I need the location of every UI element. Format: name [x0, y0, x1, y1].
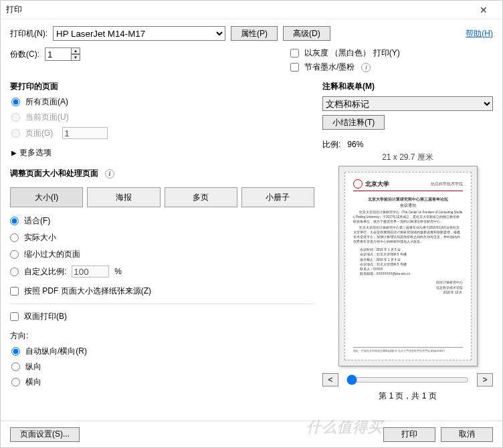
preview-institute: 信息科学技术学院 — [431, 181, 463, 187]
preview-body-text: 北京大学前沿计算研究中心（The Center on Frontiers of … — [353, 211, 463, 224]
print-options-column: 以灰度 （黑白色） 打印(Y) 节省墨水/墨粉 i — [290, 47, 400, 73]
page-range-radio — [11, 129, 20, 138]
tab-poster[interactable]: 海报 — [87, 187, 160, 207]
right-column: 注释和表单(M) 文档和标记 小结注释(T) 比例: 96% 21 x 29.7… — [322, 78, 493, 415]
preview-body-text: 地址：中国北京市海淀区颐和园路5号 北京大学信息科学技术学院 邮编100871 — [353, 347, 463, 353]
print-button[interactable]: 打印 — [383, 427, 435, 442]
summarize-comments-button[interactable]: 小结注释(T) — [322, 115, 385, 130]
dialog-body: 打印机(N): HP LaserJet M14-M17 属性(P) 高级(D) … — [1, 19, 502, 421]
actual-size-label: 实际大小 — [24, 232, 56, 243]
printer-select[interactable]: HP LaserJet M14-M17 — [53, 26, 225, 41]
shrink-radio[interactable] — [10, 250, 19, 259]
advanced-button[interactable]: 高级(D) — [283, 26, 330, 41]
tab-multi[interactable]: 多页 — [165, 187, 237, 207]
fit-radio[interactable] — [10, 217, 19, 225]
titlebar: 打印 ✕ — [1, 1, 502, 19]
grayscale-checkbox[interactable] — [290, 49, 299, 58]
orient-landscape-radio[interactable] — [11, 378, 20, 386]
all-pages-radio[interactable] — [11, 98, 20, 106]
duplex-row: 双面打印(B) — [10, 311, 314, 322]
preview-scale-row: 比例: 96% — [322, 139, 493, 150]
choose-paper-source-checkbox[interactable] — [10, 287, 19, 296]
resize-section-title-text: 调整页面大小和处理页面 — [10, 168, 98, 179]
orient-landscape-label: 横向 — [25, 376, 41, 388]
orient-portrait-radio[interactable] — [11, 362, 20, 371]
copies-spinner: ▲ ▼ — [71, 47, 80, 61]
copies-label: 份数(C): — [10, 49, 39, 60]
comments-section-title: 注释和表单(M) — [322, 81, 493, 92]
choose-paper-source-label: 按照 PDF 页面大小选择纸张来源(Z) — [24, 286, 151, 297]
fit-label: 适合(F) — [24, 215, 50, 227]
page-slider[interactable] — [346, 374, 469, 385]
percent-label: % — [114, 267, 122, 276]
pages-section-title: 要打印的页面 — [10, 81, 314, 92]
shrink-label: 缩小过大的页面 — [24, 249, 80, 260]
copies-group: 份数(C): ▲ ▼ — [10, 47, 80, 61]
help-link[interactable]: 帮助(H) — [466, 28, 493, 39]
close-icon[interactable]: ✕ — [470, 5, 497, 15]
page-setup-button[interactable]: 页面设置(S)... — [10, 427, 80, 442]
custom-scale-label: 自定义比例: — [24, 266, 66, 277]
orientation-radio-group: 自动纵向/横向(R) 纵向 横向 — [11, 346, 314, 388]
copies-up-button[interactable]: ▲ — [71, 47, 80, 54]
preview-dimensions: 21 x 29.7 厘米 — [322, 152, 493, 163]
info-icon[interactable]: i — [105, 169, 114, 179]
all-pages-label: 所有页面(A) — [25, 96, 68, 108]
current-page-label: 当前页面(U) — [25, 112, 69, 123]
page-indicator: 第 1 页，共 1 页 — [322, 390, 493, 402]
next-page-button[interactable]: > — [477, 373, 493, 386]
orientation-label: 方向: — [10, 330, 314, 342]
dialog-footer: 页面设置(S)... 什么值得买 打印 取消 — [1, 421, 502, 447]
duplex-checkbox[interactable] — [10, 312, 19, 321]
preview-nav-row: < > — [322, 373, 493, 386]
save-ink-checkbox[interactable] — [290, 63, 299, 72]
printer-label: 打印机(N): — [10, 28, 47, 39]
preview-scale-label: 比例: — [322, 140, 340, 149]
cancel-button[interactable]: 取消 — [441, 427, 493, 442]
watermark-text: 什么值得买 — [306, 417, 383, 437]
printer-row: 打印机(N): HP LaserJet M14-M17 属性(P) 高级(D) … — [10, 26, 493, 41]
preview-body-text: 前沿计算研究中心信息科学技术学院2018 年 12 月 — [353, 280, 463, 295]
info-icon[interactable]: i — [361, 63, 371, 72]
resize-section-title: 调整页面大小和处理页面 i — [10, 168, 314, 179]
dialog-title: 打印 — [6, 4, 22, 15]
main-columns: 要打印的页面 所有页面(A) 当前页面(U) 页面(G) — [10, 78, 493, 415]
tab-booklet[interactable]: 小册子 — [241, 187, 314, 207]
pages-radio-group: 所有页面(A) 当前页面(U) 页面(G) ▶ 更多选项 — [11, 96, 314, 158]
separator — [10, 304, 314, 304]
orient-portrait-label: 纵向 — [25, 361, 41, 372]
triangle-right-icon: ▶ — [11, 149, 17, 156]
tab-size[interactable]: 大小(I) — [10, 187, 83, 207]
page-range-input — [62, 127, 108, 139]
logo-icon — [353, 179, 363, 189]
preview-body-text: 北京大学前沿计算研究中心第三届青年论坛将于2019年1月5日在北京大学举行。大会… — [353, 226, 463, 244]
custom-scale-input[interactable] — [72, 265, 109, 277]
preview-frame: 北京大学 信息科学技术学院 北京大学前沿计算研究和中心第三届青年论坛 会议通知 … — [338, 166, 478, 366]
print-dialog: 打印 ✕ 打印机(N): HP LaserJet M14-M17 属性(P) 高… — [0, 0, 503, 448]
preview-doc-subtitle: 会议通知 — [353, 203, 463, 208]
duplex-label: 双面打印(B) — [24, 311, 67, 322]
page-range-label: 页面(G) — [25, 128, 53, 139]
copies-row: 份数(C): ▲ ▼ 以灰度 （黑白色） 打印(Y) 节省墨水/墨粉 — [10, 47, 493, 73]
preview-body-text: 会议时间：2019 年 1 月 5 日 会议地点：北京大学理科 5 号楼 报名截… — [360, 247, 463, 276]
copies-input[interactable] — [45, 47, 72, 61]
properties-button[interactable]: 属性(P) — [231, 26, 278, 41]
actual-size-radio[interactable] — [10, 233, 19, 242]
left-column: 要打印的页面 所有页面(A) 当前页面(U) 页面(G) — [10, 78, 314, 415]
prev-page-button[interactable]: < — [322, 373, 338, 386]
comments-dropdown[interactable]: 文档和标记 — [322, 96, 493, 111]
resize-tabbar: 大小(I) 海报 多页 小册子 — [10, 187, 314, 207]
copies-down-button[interactable]: ▼ — [71, 54, 80, 61]
orient-auto-label: 自动纵向/横向(R) — [25, 346, 87, 357]
more-options-toggle[interactable]: ▶ 更多选项 — [11, 147, 314, 158]
grayscale-label: 以灰度 （黑白色） 打印(Y) — [304, 47, 400, 59]
preview-page: 北京大学 信息科学技术学院 北京大学前沿计算研究和中心第三届青年论坛 会议通知 … — [344, 172, 472, 360]
preview-doc-title: 北京大学前沿计算研究和中心第三届青年论坛 — [353, 197, 463, 203]
orient-auto-radio[interactable] — [11, 347, 20, 356]
save-ink-label: 节省墨水/墨粉 — [304, 62, 355, 73]
preview-scale-value: 96% — [347, 140, 363, 149]
current-page-radio — [11, 113, 20, 122]
page-slider-wrap — [342, 373, 473, 386]
custom-scale-radio[interactable] — [10, 267, 19, 276]
preview-university: 北京大学 — [365, 180, 389, 189]
